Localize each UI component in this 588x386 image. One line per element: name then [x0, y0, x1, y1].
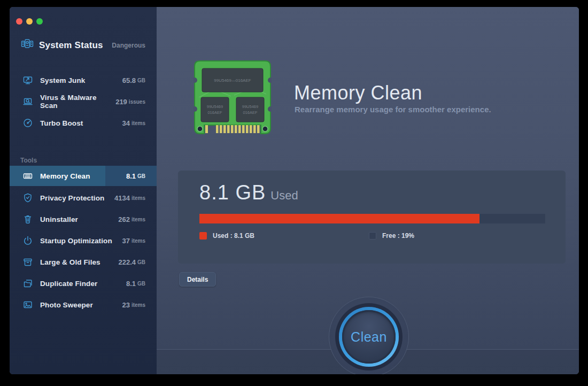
status-badge: Dangerous: [112, 42, 145, 49]
turbo-boost-icon: [22, 118, 33, 128]
legend-free-label: Free : 19%: [382, 232, 414, 240]
sidebar-item-unit: GB: [137, 259, 145, 265]
privacy-shield-icon: [22, 192, 33, 203]
sidebar-item-memory-clean[interactable]: Memory Clean 8.1 GB: [10, 166, 157, 186]
sidebar: System Status Dangerous System Junk 65.8…: [10, 7, 157, 374]
zoom-button[interactable]: [36, 18, 43, 25]
virus-scan-icon: [22, 96, 33, 107]
legend-free: Free : 19%: [369, 232, 414, 240]
ram-chip-label-small-1b: 016AEF: [207, 110, 222, 115]
page-subtitle: Rearrange memory usage for smoother expe…: [295, 105, 491, 114]
memory-usage-panel: 8.1 GB Used Used : 8.1 GB Free : 19%: [178, 171, 566, 264]
sidebar-item-label: Large & Old Files: [40, 258, 100, 266]
sidebar-item-value: 262: [118, 215, 130, 223]
sidebar-item-virus-malware-scan[interactable]: Virus & Malware Scan 219 issues: [10, 91, 157, 112]
sidebar-item-value: 222.4: [118, 258, 136, 266]
close-button[interactable]: [16, 18, 22, 25]
sidebar-item-label: Privacy Protection: [40, 194, 104, 202]
large-files-icon: [22, 257, 33, 267]
ram-chip-label-small-2a: 99U5469: [242, 104, 258, 109]
sidebar-item-unit: issues: [129, 99, 145, 105]
system-status-icon: [20, 38, 34, 52]
sidebar-item-system-junk[interactable]: System Junk 65.8 GB: [10, 70, 157, 91]
memory-usage-bar-track: [199, 214, 545, 223]
sidebar-item-value: 34: [122, 119, 129, 127]
sidebar-item-value: 65.8: [122, 76, 136, 84]
sidebar-item-value-cell: 8.1 GB: [105, 166, 157, 186]
system-junk-icon: [22, 75, 33, 86]
clean-button-label: Clean: [342, 310, 396, 364]
sidebar-item-unit: items: [131, 302, 145, 308]
sidebar-item-photo-sweeper[interactable]: Photo Sweeper 23 items: [10, 294, 157, 315]
sidebar-item-unit: items: [131, 195, 145, 201]
sidebar-item-turbo-boost[interactable]: Turbo Boost 34 items: [10, 112, 157, 134]
page-title: Memory Clean: [294, 82, 422, 104]
memory-used-suffix: Used: [270, 189, 298, 203]
ram-chip-label-small-1a: 99U5469: [207, 104, 223, 109]
used-swatch-icon: [199, 232, 207, 240]
sidebar-item-unit: GB: [137, 173, 145, 179]
tools-section-label: Tools: [20, 157, 37, 164]
sidebar-item-label: System Junk: [40, 76, 85, 84]
sidebar-item-privacy-protection[interactable]: Privacy Protection 4134 items: [10, 187, 157, 209]
sidebar-item-label: Duplicate Finder: [40, 280, 97, 288]
sidebar-item-unit: GB: [137, 281, 145, 287]
sidebar-item-duplicate-finder[interactable]: Duplicate Finder 8.1 GB: [10, 273, 157, 294]
legend-used-label: Used : 8.1 GB: [213, 232, 254, 240]
duplicate-folder-icon: [22, 278, 33, 289]
sidebar-item-unit: GB: [137, 78, 145, 83]
sidebar-item-value: 8.1: [126, 280, 136, 288]
sidebar-item-uninstaller[interactable]: Uninstaller 262 items: [10, 209, 157, 230]
sidebar-item-large-old-files[interactable]: Large & Old Files 222.4 GB: [10, 251, 157, 273]
memory-used-amount: 8.1 GB Used: [199, 181, 298, 204]
ram-chip-label-small-2b: 016AEF: [243, 110, 258, 115]
sidebar-item-unit: items: [131, 238, 145, 244]
sidebar-item-label: Startup Optimization: [40, 237, 112, 245]
free-swatch-icon: [369, 232, 376, 240]
sidebar-item-value: 23: [122, 301, 129, 309]
startup-power-icon: [22, 235, 33, 246]
sidebar-item-label: Photo Sweeper: [40, 301, 93, 309]
screen: System Status Dangerous System Junk 65.8…: [0, 0, 588, 386]
clean-button[interactable]: Clean: [339, 307, 399, 367]
legend-used: Used : 8.1 GB: [199, 232, 254, 240]
sidebar-item-label: Uninstaller: [40, 215, 78, 223]
sidebar-item-label: Virus & Malware Scan: [40, 94, 115, 110]
minimize-button[interactable]: [26, 18, 33, 25]
sidebar-item-value: 4134: [114, 194, 130, 202]
sidebar-item-label: Turbo Boost: [40, 119, 83, 127]
memory-icon: [22, 171, 33, 181]
sidebar-item-label: Memory Clean: [40, 172, 90, 180]
sidebar-item-unit: items: [131, 217, 145, 222]
details-button[interactable]: Details: [179, 272, 216, 287]
system-status-title: System Status: [39, 40, 103, 51]
sidebar-item-value: 37: [122, 237, 129, 245]
ram-chip-label-large: 99U5469—016AEF: [214, 78, 251, 83]
sidebar-item-value: 219: [115, 98, 127, 106]
main-content: 99U5469—016AEF 99U5469 016AEF 99U5469 01…: [157, 7, 579, 374]
memory-used-bar: [199, 214, 479, 223]
ram-module-illustration: 99U5469—016AEF 99U5469 016AEF 99U5469 01…: [194, 60, 272, 135]
window-controls: [16, 18, 43, 25]
photo-icon: [22, 299, 33, 310]
uninstaller-trash-icon: [22, 214, 33, 225]
sidebar-item-startup-optimization[interactable]: Startup Optimization 37 items: [10, 230, 157, 251]
status-items: System Junk 65.8 GB Virus & Malware Scan…: [10, 70, 157, 134]
tools-items: Memory Clean 8.1 GB Privacy Protection 4…: [10, 166, 157, 315]
sidebar-item-value: 8.1: [126, 172, 136, 180]
app-window: System Status Dangerous System Junk 65.8…: [10, 7, 579, 374]
system-status-header: System Status Dangerous: [20, 38, 145, 53]
sidebar-item-unit: items: [131, 120, 145, 126]
memory-used-value: 8.1 GB: [199, 181, 266, 204]
